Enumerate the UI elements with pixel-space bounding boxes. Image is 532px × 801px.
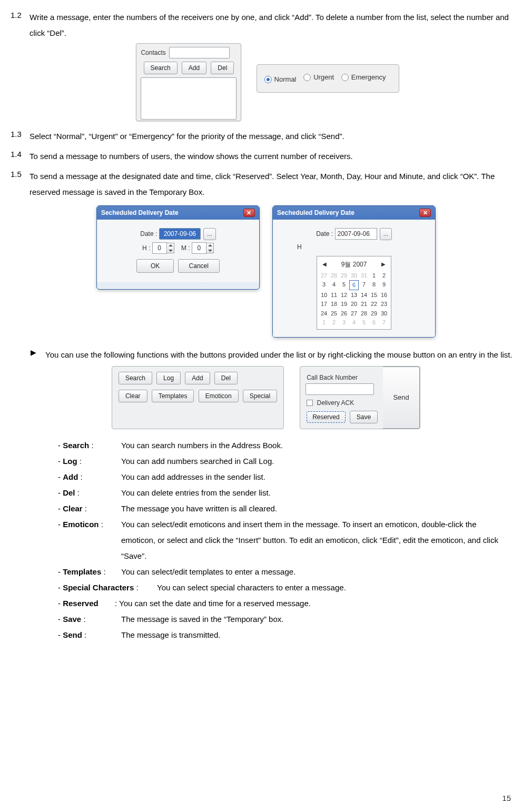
fn-log-button[interactable]: Log	[156, 372, 181, 384]
section-text: To send a message at the designated date…	[29, 169, 521, 200]
priority-urgent[interactable]: Urgent	[303, 72, 334, 83]
reserved-button[interactable]: Reserved	[307, 411, 345, 423]
calendar-grid[interactable]: 272829303112 3456789 10111213141516 1718…	[319, 271, 389, 327]
fn-clear-button[interactable]: Clear	[119, 390, 147, 402]
send-panel: Call Back Number Delivery ACK Reserved S…	[300, 366, 420, 429]
radio-empty-icon	[303, 74, 311, 81]
close-icon[interactable]: ✕	[243, 209, 255, 217]
send-button[interactable]: Send	[383, 367, 420, 429]
radio-empty-icon	[341, 74, 349, 81]
date-picker-button[interactable]: ...	[380, 228, 392, 240]
hour-label-short: H	[297, 243, 302, 251]
cancel-button[interactable]: Cancel	[178, 259, 220, 273]
calendar-popup: ◀ 9월 2007 ▶ 272829303112 3456789 1011121…	[317, 256, 391, 330]
descriptions-block: - Search :You can search numbers in the …	[58, 438, 511, 643]
section-number: 1.5	[11, 169, 29, 181]
fn-del-button[interactable]: Del	[214, 372, 238, 384]
minute-spinner[interactable]	[206, 243, 214, 253]
close-icon[interactable]: ✕	[419, 209, 431, 217]
hour-spinner[interactable]	[167, 243, 174, 253]
note-row: ▶ You can use the following functions wi…	[31, 347, 521, 363]
add-button[interactable]: Add	[182, 62, 206, 74]
save-button[interactable]: Save	[350, 411, 378, 423]
priority-emergency[interactable]: Emergency	[341, 72, 386, 83]
section-1-3: 1.3 Select “Normal”, “Urgent” or “Emerge…	[11, 128, 521, 144]
radio-checked-icon	[264, 76, 272, 83]
note-text: You can use the following functions with…	[45, 347, 521, 363]
prev-month-icon[interactable]: ◀	[322, 260, 327, 268]
contacts-label: Contacts	[141, 48, 165, 57]
fn-add-button[interactable]: Add	[185, 372, 210, 384]
section-1-2: 1.2 Write a message, enter the numbers o…	[11, 9, 521, 41]
fn-templates-button[interactable]: Templates	[152, 390, 194, 402]
section-number: 1.4	[11, 149, 29, 161]
date-input[interactable]: 2007-09-06	[159, 228, 201, 240]
priority-panel: Normal Urgent Emergency	[257, 64, 399, 93]
contacts-list[interactable]	[141, 77, 237, 120]
priority-normal[interactable]: Normal	[264, 74, 297, 85]
date-label: Date :	[316, 230, 333, 238]
checkbox-icon	[307, 400, 313, 406]
priority-urgent-label: Urgent	[313, 72, 334, 83]
dialog-title: Secheduled Delivery Date	[101, 208, 179, 217]
date-label: Date :	[140, 230, 157, 238]
fn-search-button[interactable]: Search	[119, 372, 152, 384]
hour-input[interactable]: 0	[152, 242, 167, 254]
page-number: 15	[502, 793, 511, 802]
scheduled-dialog-basic: Secheduled Delivery Date ✕ Date : 2007-0…	[96, 205, 260, 290]
section-number: 1.2	[11, 9, 29, 22]
delivery-ack-checkbox[interactable]: Delivery ACK	[307, 398, 378, 408]
delivery-ack-label: Delivery ACK	[317, 399, 354, 407]
contacts-panel: Contacts Search Add Del	[136, 43, 241, 121]
priority-emergency-label: Emergency	[351, 72, 386, 83]
section-text: To send a message to numbers of users, t…	[29, 149, 521, 164]
date-input[interactable]: 2007-09-06	[335, 228, 377, 240]
fn-special-button[interactable]: Special	[243, 390, 277, 402]
minute-input[interactable]: 0	[192, 242, 206, 254]
section-1-5: 1.5 To send a message at the designated …	[11, 169, 521, 200]
section-text: Select “Normal”, “Urgent” or “Emergency”…	[29, 128, 521, 144]
callback-label: Call Back Number	[307, 373, 378, 382]
contacts-input[interactable]	[169, 47, 230, 58]
fn-emoticon-button[interactable]: Emoticon	[199, 390, 239, 402]
calendar-month-label: 9월 2007	[341, 260, 367, 269]
callback-input[interactable]	[306, 383, 374, 395]
ok-button[interactable]: OK	[136, 259, 174, 273]
minute-label: M :	[181, 244, 190, 252]
dialog-title: Secheduled Delivery Date	[277, 208, 354, 217]
triangle-bullet-icon: ▶	[31, 347, 45, 358]
hour-label: H :	[142, 244, 150, 252]
priority-normal-label: Normal	[274, 74, 297, 85]
scheduled-dialog-calendar: Secheduled Delivery Date ✕ Date : 2007-0…	[272, 205, 436, 338]
search-button[interactable]: Search	[144, 62, 178, 74]
section-number: 1.3	[11, 128, 29, 141]
section-text: Write a message, enter the numbers of th…	[29, 9, 521, 41]
section-1-4: 1.4 To send a message to numbers of user…	[11, 149, 521, 164]
date-picker-button[interactable]: ...	[203, 228, 215, 240]
del-button[interactable]: Del	[211, 62, 234, 74]
next-month-icon[interactable]: ▶	[381, 260, 386, 268]
function-buttons-panel: Search Log Add Del Clear Templates Emoti…	[112, 366, 284, 429]
